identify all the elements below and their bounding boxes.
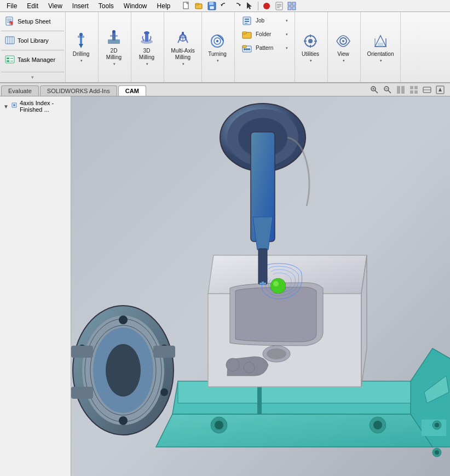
orientation-label: Orientation bbox=[367, 51, 394, 58]
pattern-button[interactable]: Pattern ▾ bbox=[238, 42, 291, 55]
utilities-label: Utilities bbox=[302, 51, 319, 58]
viewport[interactable] bbox=[71, 96, 450, 476]
folder-button[interactable]: Folder ▾ bbox=[238, 28, 291, 41]
job-icon bbox=[241, 15, 252, 26]
toolbar-new-icon[interactable] bbox=[181, 1, 192, 11]
svg-rect-83 bbox=[410, 90, 413, 94]
toolbar-grid-icon[interactable] bbox=[286, 1, 297, 11]
menu-window[interactable]: Window bbox=[119, 1, 152, 11]
svg-point-112 bbox=[119, 416, 128, 425]
toolbar-stop-icon[interactable] bbox=[261, 1, 272, 11]
multi-axis-icon bbox=[174, 29, 192, 47]
menu-file[interactable]: File bbox=[2, 1, 21, 11]
viewport-icon5[interactable] bbox=[422, 85, 432, 95]
folder-icon bbox=[241, 29, 252, 40]
svg-rect-41 bbox=[110, 35, 118, 37]
tabs-bar: Evaluate SOLIDWORKS Add-Ins CAM bbox=[0, 83, 450, 96]
2d-milling-dropdown[interactable]: ▾ bbox=[113, 62, 116, 66]
svg-point-123 bbox=[373, 421, 382, 429]
orientation-button[interactable]: Orientation ▾ bbox=[364, 14, 397, 81]
multi-axis-dropdown[interactable]: ▾ bbox=[182, 62, 184, 66]
svg-point-48 bbox=[182, 32, 184, 34]
tool-library-label: Tool Library bbox=[18, 37, 49, 44]
viewport-icon6[interactable] bbox=[435, 85, 446, 95]
svg-point-37 bbox=[79, 33, 83, 36]
menu-edit[interactable]: Edit bbox=[22, 1, 43, 11]
viewport-zoom-area-icon[interactable] bbox=[369, 85, 380, 95]
drilling-icon bbox=[72, 32, 90, 50]
tab-cam[interactable]: CAM bbox=[118, 85, 146, 96]
left-panel-dropdown[interactable]: ▾ bbox=[31, 74, 34, 80]
3d-milling-button[interactable]: 3DMilling ▾ bbox=[135, 14, 159, 81]
setup-sheet-button[interactable]: ⚙ Setup Sheet bbox=[1, 14, 64, 28]
view-dropdown[interactable]: ▾ bbox=[343, 59, 345, 63]
task-manager-icon bbox=[4, 54, 15, 65]
task-manager-label: Task Manager bbox=[18, 56, 55, 63]
orientation-dropdown[interactable]: ▾ bbox=[380, 59, 382, 63]
svg-rect-54 bbox=[245, 21, 249, 22]
3d-milling-label: 3DMilling bbox=[139, 48, 154, 61]
folder-label: Folder bbox=[256, 31, 271, 38]
toolbar-undo-icon[interactable] bbox=[219, 1, 230, 11]
turning-button[interactable]: Turning ▾ bbox=[205, 14, 229, 81]
svg-rect-81 bbox=[410, 86, 413, 89]
menu-view[interactable]: View bbox=[44, 1, 67, 11]
svg-marker-88 bbox=[439, 88, 442, 91]
svg-point-126 bbox=[435, 423, 439, 427]
svg-rect-55 bbox=[245, 23, 247, 24]
svg-rect-57 bbox=[243, 32, 246, 34]
ribbon-group-3d-milling: 3DMilling ▾ bbox=[131, 12, 164, 82]
job-button[interactable]: Job ▾ bbox=[238, 14, 291, 27]
toolbar-redo-icon[interactable] bbox=[232, 1, 243, 11]
2d-milling-button[interactable]: 2DMilling ▾ bbox=[102, 14, 126, 81]
svg-rect-141 bbox=[259, 283, 262, 284]
turning-dropdown[interactable]: ▾ bbox=[217, 59, 219, 63]
svg-point-60 bbox=[244, 48, 246, 50]
svg-point-111 bbox=[119, 316, 128, 324]
toolbar-select-icon[interactable] bbox=[244, 1, 255, 11]
viewport-zoom-out-icon[interactable] bbox=[382, 85, 393, 95]
multi-axis-label: Multi-AxisMilling bbox=[171, 48, 194, 61]
svg-line-77 bbox=[388, 90, 391, 93]
viewport-icon4[interactable] bbox=[408, 85, 419, 95]
pattern-dropdown[interactable]: ▾ bbox=[286, 46, 288, 50]
3d-milling-dropdown[interactable]: ▾ bbox=[146, 62, 148, 66]
utilities-button[interactable]: Utilities ▾ bbox=[298, 14, 322, 81]
tree-expand-icon[interactable]: ▼ bbox=[3, 104, 9, 110]
menu-tools[interactable]: Tools bbox=[94, 1, 118, 11]
cnc-scene bbox=[71, 96, 450, 476]
task-manager-button[interactable]: Task Manager bbox=[1, 53, 64, 67]
toolbar-save-icon[interactable] bbox=[206, 1, 217, 11]
setup-sheet-icon: ⚙ bbox=[4, 16, 15, 27]
ribbon-left-panel: ⚙ Setup Sheet Tool Library bbox=[0, 12, 66, 82]
toolbar-open-icon[interactable] bbox=[194, 1, 205, 11]
turning-label: Turning bbox=[208, 51, 227, 58]
utilities-dropdown[interactable]: ▾ bbox=[310, 59, 312, 63]
svg-rect-71 bbox=[378, 43, 383, 47]
pattern-icon bbox=[241, 43, 252, 54]
svg-rect-59 bbox=[243, 45, 246, 48]
svg-rect-31 bbox=[7, 60, 9, 62]
viewport-icon3[interactable] bbox=[395, 85, 406, 95]
folder-dropdown[interactable]: ▾ bbox=[286, 32, 288, 37]
tab-solidworks-addins[interactable]: SOLIDWORKS Add-Ins bbox=[40, 85, 117, 96]
multi-axis-button[interactable]: Multi-AxisMilling ▾ bbox=[168, 14, 198, 81]
job-dropdown[interactable]: ▾ bbox=[286, 19, 288, 23]
toolbar-sheet-icon[interactable] bbox=[274, 1, 285, 11]
svg-rect-140 bbox=[258, 249, 267, 284]
svg-rect-119 bbox=[71, 387, 93, 399]
drilling-dropdown[interactable]: ▾ bbox=[80, 59, 83, 63]
svg-point-40 bbox=[112, 30, 116, 33]
drilling-button[interactable]: Drilling ▾ bbox=[69, 14, 93, 81]
tree-item-4axis[interactable]: ▼ 4axis Index - Finished ... bbox=[1, 99, 70, 114]
svg-marker-8 bbox=[239, 4, 241, 6]
svg-point-121 bbox=[215, 421, 223, 429]
menu-help[interactable]: Help bbox=[153, 1, 175, 11]
view-button[interactable]: View ▾ bbox=[331, 14, 355, 81]
svg-rect-84 bbox=[414, 90, 418, 94]
svg-point-130 bbox=[267, 348, 286, 359]
menu-insert[interactable]: Insert bbox=[68, 1, 93, 11]
tab-evaluate[interactable]: Evaluate bbox=[1, 85, 39, 96]
tree-item-label: 4axis Index - Finished ... bbox=[20, 100, 67, 113]
tool-library-button[interactable]: Tool Library bbox=[1, 33, 64, 48]
